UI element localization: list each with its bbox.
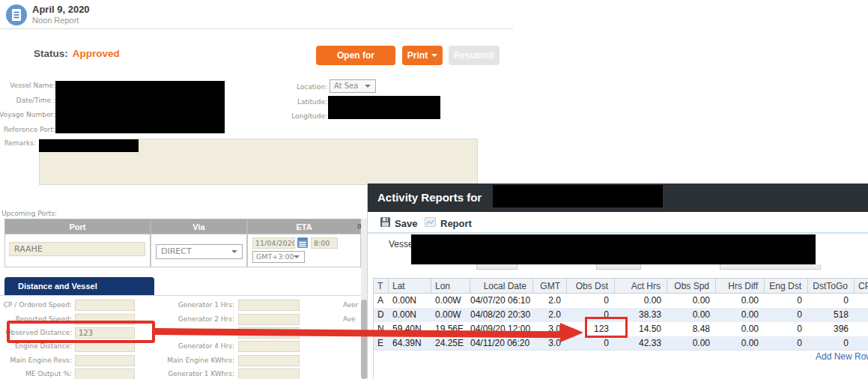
cell[interactable] — [855, 336, 868, 350]
chevron-down-icon — [231, 250, 237, 253]
engine-distance-label: Engine Distance: — [15, 342, 72, 350]
print-button[interactable]: Print — [402, 46, 443, 65]
annotation-arrow-head — [560, 323, 583, 342]
col-header-dsttogo: DstToGo — [808, 279, 855, 293]
report-button[interactable]: Report — [425, 217, 472, 229]
print-button-label: Print — [407, 50, 428, 61]
table-row[interactable]: E64.39N24.25E04/11/20 06:203.0042.330.00… — [374, 336, 868, 351]
cell[interactable] — [855, 294, 868, 308]
scrollbar-thumb[interactable] — [361, 300, 367, 379]
vessel-name-label: Vessel Name: — [10, 82, 55, 89]
cell[interactable]: 0 — [765, 336, 808, 350]
remarks-label: Remarks: — [4, 139, 36, 147]
generator-4-hrs-input[interactable] — [238, 341, 300, 352]
cp-ordered-speed-label: CP / Ordered Speed: — [4, 301, 72, 309]
cell[interactable]: 396 — [808, 322, 855, 336]
cell[interactable]: 0.00N — [389, 294, 431, 308]
port-input[interactable]: RAAHE — [9, 242, 145, 256]
add-new-row-link[interactable]: Add New Row — [816, 351, 868, 362]
cell[interactable]: 0.00 — [716, 336, 765, 350]
cell[interactable]: 0 — [765, 308, 808, 322]
tab-distance-and-vessel[interactable]: Distance and Vessel — [4, 277, 154, 295]
calendar-icon[interactable] — [297, 237, 308, 251]
cut-average-label: Ave — [343, 315, 362, 323]
cell[interactable]: 8.48 — [667, 322, 716, 336]
cell[interactable]: 2.0 — [533, 308, 567, 322]
cell[interactable]: 0.00 — [716, 322, 765, 336]
col-header-lon: Lon — [431, 279, 470, 293]
chevron-down-icon — [294, 255, 300, 258]
activity-panel-title: Activity Reports for — [377, 191, 482, 204]
eta-timezone-select[interactable]: GMT+3:00 — [252, 251, 305, 263]
location-select[interactable]: At Sea — [330, 79, 376, 93]
cell[interactable]: 0 — [765, 322, 808, 336]
cell[interactable]: 0.00 — [667, 336, 716, 350]
cell[interactable]: 518 — [808, 308, 855, 322]
redaction-block — [411, 234, 816, 264]
cell[interactable]: 42.33 — [615, 336, 667, 350]
cell[interactable]: 0 — [765, 294, 808, 308]
cell[interactable] — [855, 308, 868, 322]
cell[interactable]: 0.00 — [716, 294, 765, 308]
redaction-block — [39, 139, 139, 152]
cell[interactable]: 0.00 — [615, 294, 667, 308]
noon-report-icon — [6, 4, 27, 28]
cell[interactable]: 04/11/20 06:20 — [470, 336, 533, 350]
save-button-label: Save — [395, 218, 417, 229]
col-header-t: T — [374, 279, 389, 293]
cell[interactable]: D — [374, 308, 389, 322]
col-header-obs-dst: Obs Dst — [567, 279, 615, 293]
redaction-block — [55, 81, 225, 133]
col-header-obs-spd: Obs Spd — [667, 279, 716, 293]
via-select-value: DIRECT — [161, 246, 192, 256]
main-engine-kwhrs-input[interactable] — [238, 355, 300, 366]
status-label: Status: — [34, 48, 68, 59]
reference-port-label: Reference Port: — [4, 126, 55, 133]
cell[interactable]: 0 — [808, 294, 855, 308]
cell[interactable]: 2.0 — [533, 294, 567, 308]
eta-time-input[interactable]: 8:00 — [311, 237, 338, 249]
activity-reports-panel: Activity Reports for Save — [367, 184, 868, 379]
generator-1-hrs-input[interactable] — [238, 300, 300, 311]
open-for-resubmit-button[interactable]: Open for Resubmit — [316, 46, 395, 65]
cell[interactable]: 04/08/20 20:30 — [470, 308, 533, 322]
report-type: Noon Report — [32, 16, 79, 25]
me-output-input[interactable] — [75, 369, 135, 379]
save-button[interactable]: Save — [380, 217, 417, 229]
generator-1-kwhrs-input[interactable] — [238, 369, 300, 379]
cp-ordered-speed-input[interactable] — [75, 300, 135, 311]
header-divider — [0, 28, 513, 29]
col-header-cp: CP — [855, 279, 868, 293]
cell[interactable]: 0 — [567, 294, 615, 308]
vertical-scrollbar[interactable] — [361, 219, 367, 379]
cell[interactable]: 24.25E — [431, 336, 470, 350]
cell[interactable]: 0.00 — [667, 308, 716, 322]
cell[interactable]: 0.00W — [431, 294, 470, 308]
cell[interactable]: 0 — [808, 336, 855, 350]
cell[interactable]: 0.00N — [389, 308, 431, 322]
table-header-row: TLatLonLocal DateGMTObs DstAct HrsObs Sp… — [374, 278, 868, 294]
date-time-label: Date/Time : — [16, 97, 55, 104]
caret-down-icon — [431, 54, 437, 57]
cell[interactable]: 0.00W — [431, 308, 470, 322]
longitude-label: Longitude: — [291, 112, 327, 120]
eta-date-input[interactable]: 11/04/2020 — [252, 237, 295, 249]
cell[interactable]: A — [374, 294, 389, 308]
upcoming-ports-header-port: Port — [4, 219, 151, 234]
resubmit-button[interactable]: Resubmit — [449, 46, 500, 65]
cell[interactable]: E — [374, 336, 389, 350]
generator-4-hrs-label: Generator 4 Hrs: — [178, 342, 234, 350]
cell[interactable]: 64.39N — [389, 336, 431, 350]
cell[interactable]: 0.00 — [667, 294, 716, 308]
main-engine-revs-label: Main Engine Revs: — [10, 357, 73, 364]
cell[interactable]: 04/07/20 06:10 — [470, 294, 533, 308]
main-engine-revs-input[interactable] — [75, 355, 135, 366]
cell[interactable] — [855, 322, 868, 336]
via-select[interactable]: DIRECT — [156, 244, 243, 259]
generator-2-hrs-input[interactable] — [238, 314, 300, 325]
table-row[interactable]: A0.00N0.00W04/07/20 06:102.000.000.000.0… — [374, 294, 868, 308]
upcoming-ports-header-via: Via — [151, 219, 247, 234]
status-row: Status:Approved — [34, 48, 120, 59]
col-header-eng-dst: Eng Dst — [765, 279, 808, 293]
cell[interactable]: 0.00 — [716, 308, 765, 322]
